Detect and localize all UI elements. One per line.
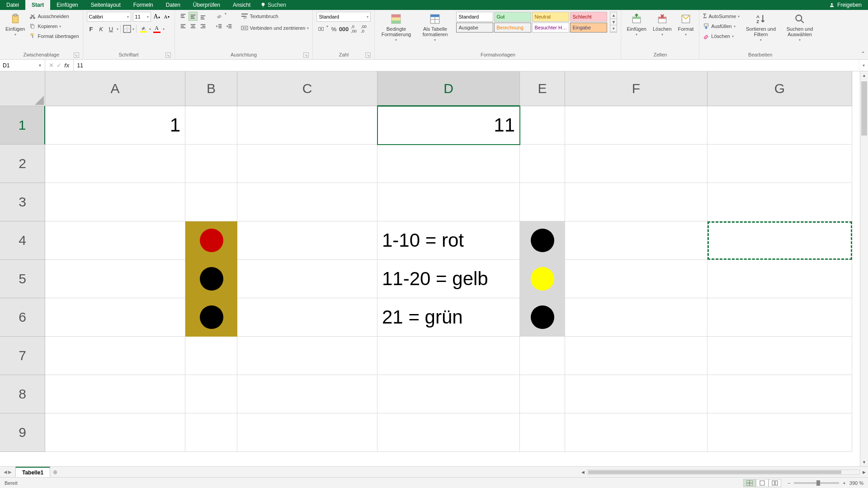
cell-style-0[interactable]: Standard <box>456 12 493 22</box>
cell-style-4[interactable]: Ausgabe <box>456 23 493 33</box>
scroll-down-button[interactable]: ▼ <box>860 458 868 466</box>
underline-button[interactable]: U <box>107 24 116 33</box>
borders-button[interactable] <box>123 24 132 33</box>
gallery-more-icon[interactable]: ▾ <box>610 25 617 32</box>
cell-D9[interactable] <box>377 413 520 452</box>
tab-einfuegen[interactable]: Einfügen <box>50 0 84 10</box>
cell-E7[interactable] <box>520 337 565 375</box>
dialog-launcher-alignment[interactable]: ↘ <box>303 52 309 58</box>
cell-G1[interactable] <box>708 106 852 145</box>
cell-A2[interactable] <box>45 145 185 183</box>
row-header-7[interactable]: 7 <box>0 337 45 375</box>
cell-B7[interactable] <box>185 337 237 375</box>
chevron-down-icon[interactable]: ▾ <box>225 12 226 21</box>
col-header-D[interactable]: D <box>377 71 520 106</box>
align-middle-button[interactable] <box>189 12 198 21</box>
view-page-layout-button[interactable] <box>756 479 769 487</box>
row-header-1[interactable]: 1 <box>0 106 45 145</box>
name-box[interactable]: D1▼ <box>0 60 45 71</box>
cell-A7[interactable] <box>45 337 185 375</box>
cell-E1[interactable] <box>520 106 565 145</box>
align-bottom-button[interactable] <box>198 12 208 21</box>
cell-A5[interactable] <box>45 260 185 298</box>
zoom-out-button[interactable]: − <box>788 480 790 486</box>
view-normal-button[interactable] <box>743 479 756 487</box>
decrease-decimal-button[interactable]: ,00,0 <box>359 24 368 33</box>
cell-D1[interactable]: 11 <box>377 106 520 145</box>
decrease-indent-button[interactable] <box>215 22 224 31</box>
align-left-button[interactable] <box>179 22 188 31</box>
vertical-scrollbar[interactable]: ▲ ▼ <box>860 71 868 466</box>
decrease-font-button[interactable]: A▾ <box>163 12 171 21</box>
cell-B3[interactable] <box>185 183 237 221</box>
hscroll-thumb[interactable] <box>588 470 841 474</box>
col-header-B[interactable]: B <box>185 71 237 106</box>
cell-style-7[interactable]: Eingabe <box>570 23 607 33</box>
scroll-up-icon[interactable]: ▲ <box>610 12 617 19</box>
paste-button[interactable]: Einfügen ▾ <box>4 12 27 51</box>
cell-style-6[interactable]: Besuchter H… <box>532 23 569 33</box>
chevron-down-icon[interactable]: ▾ <box>149 27 151 31</box>
cell-A1[interactable]: 1 <box>45 106 185 145</box>
cell-A4[interactable] <box>45 221 185 260</box>
cell-E2[interactable] <box>520 145 565 183</box>
col-header-A[interactable]: A <box>45 71 185 106</box>
col-header-C[interactable]: C <box>237 71 377 106</box>
cell-G9[interactable] <box>708 413 852 452</box>
sheet-tab-active[interactable]: Tabelle1 <box>15 467 50 477</box>
fill-color-button[interactable] <box>138 26 148 33</box>
cell-C9[interactable] <box>237 413 377 452</box>
merge-center-button[interactable]: Verbinden und zentrieren▾ <box>241 23 309 33</box>
col-header-G[interactable]: G <box>708 71 852 106</box>
row-header-9[interactable]: 9 <box>0 413 45 452</box>
cell-F2[interactable] <box>565 145 708 183</box>
cell-E9[interactable] <box>520 413 565 452</box>
cell-style-3[interactable]: Schlecht <box>570 12 607 22</box>
cell-F7[interactable] <box>565 337 708 375</box>
fill-button[interactable]: Ausfüllen▾ <box>703 22 740 31</box>
last-sheet-icon[interactable]: ▶ <box>8 469 12 474</box>
chevron-down-icon[interactable]: ▾ <box>163 27 165 31</box>
cell-F3[interactable] <box>565 183 708 221</box>
dialog-launcher-font[interactable]: ↘ <box>165 52 171 58</box>
insert-function-button[interactable]: fx <box>64 62 70 69</box>
select-all-corner[interactable] <box>0 71 45 106</box>
gallery-scroll[interactable]: ▲▼▾ <box>610 12 617 33</box>
align-center-button[interactable] <box>189 22 198 31</box>
row-header-5[interactable]: 5 <box>0 260 45 298</box>
cell-F8[interactable] <box>565 375 708 413</box>
enter-formula-button[interactable]: ✓ <box>57 62 61 69</box>
cell-D3[interactable] <box>377 183 520 221</box>
cell-E3[interactable] <box>520 183 565 221</box>
spreadsheet-grid[interactable]: ABCDEFG11112341-10 = rot511-20 = gelb621… <box>0 71 852 452</box>
cell-D8[interactable] <box>377 375 520 413</box>
expand-formula-bar-button[interactable]: ▾ <box>859 60 868 71</box>
bold-button[interactable]: F <box>87 24 96 33</box>
scroll-down-icon[interactable]: ▼ <box>610 19 617 26</box>
cell-A3[interactable] <box>45 183 185 221</box>
dialog-launcher-clipboard[interactable]: ↘ <box>74 52 79 58</box>
cell-style-2[interactable]: Neutral <box>532 12 569 22</box>
chevron-down-icon[interactable]: ▾ <box>132 27 134 31</box>
cell-A6[interactable] <box>45 298 185 337</box>
format-cells-button[interactable]: Format▾ <box>676 12 696 38</box>
scroll-left-button[interactable]: ◀ <box>579 470 587 474</box>
scroll-thumb[interactable] <box>861 81 867 136</box>
tab-start[interactable]: Start <box>25 0 50 10</box>
autosum-button[interactable]: ΣAutoSumme▾ <box>703 12 740 21</box>
cell-G4[interactable] <box>708 221 852 260</box>
conditional-formatting-button[interactable]: Bedingte Formatierung▾ <box>378 12 414 43</box>
cell-A9[interactable] <box>45 413 185 452</box>
cell-C3[interactable] <box>237 183 377 221</box>
font-size-select[interactable]: 11▾ <box>133 12 151 22</box>
row-header-4[interactable]: 4 <box>0 221 45 260</box>
zoom-value[interactable]: 390 % <box>849 480 863 486</box>
cell-C6[interactable] <box>237 298 377 337</box>
align-top-button[interactable] <box>179 12 188 21</box>
tab-seitenlayout[interactable]: Seitenlayout <box>85 0 127 10</box>
cell-F4[interactable] <box>565 221 708 260</box>
cell-G8[interactable] <box>708 375 852 413</box>
zoom-slider[interactable] <box>794 482 839 484</box>
cell-B9[interactable] <box>185 413 237 452</box>
cell-style-1[interactable]: Gut <box>494 12 531 22</box>
